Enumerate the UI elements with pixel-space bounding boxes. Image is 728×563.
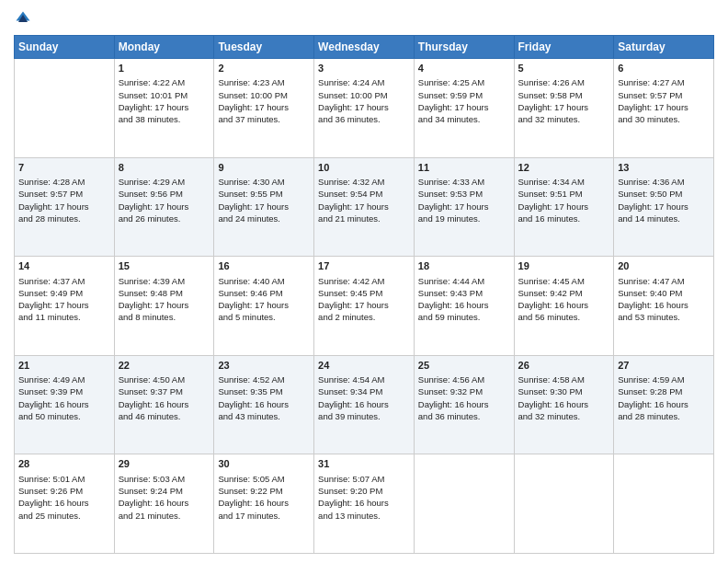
col-monday: Monday [114,36,214,59]
day-info-line: Sunrise: 5:03 AM [119,474,185,484]
day-info-line: and 19 minutes. [418,213,481,224]
day-info-line: Sunrise: 4:58 AM [518,374,585,385]
calendar-week-row: 7Sunrise: 4:28 AMSunset: 9:57 PMDaylight… [15,157,714,257]
day-info-line: Sunset: 9:26 PM [18,486,83,496]
day-number: 5 [518,62,610,75]
day-number: 7 [18,161,110,175]
day-info-line: and 34 minutes. [418,114,481,124]
day-info-line: and 39 minutes. [318,411,381,421]
day-info-line: Daylight: 16 hours [518,399,589,409]
day-info-line: Daylight: 17 hours [119,102,189,112]
day-info-line: Daylight: 16 hours [218,498,289,508]
day-info-line: Daylight: 17 hours [318,300,389,310]
day-number: 19 [518,259,610,273]
day-info-line: and 53 minutes. [618,312,680,322]
day-info-line: Sunset: 9:55 PM [218,189,282,199]
table-cell: 5Sunrise: 4:26 AMSunset: 9:58 PMDaylight… [514,59,614,158]
day-info-line: Daylight: 17 hours [318,201,389,212]
day-info-line: Sunset: 9:53 PM [418,189,483,199]
day-info-line: Sunset: 9:48 PM [119,288,183,298]
day-info-line: and 2 minutes. [318,312,375,322]
day-number: 22 [119,359,210,373]
table-cell: 31Sunrise: 5:07 AMSunset: 9:20 PMDayligh… [314,454,415,554]
calendar-table: Sunday Monday Tuesday Wednesday Thursday… [14,35,714,554]
day-number: 16 [218,259,310,273]
day-info-line: Sunrise: 4:24 AM [318,77,384,87]
day-number: 4 [418,62,510,75]
table-cell: 25Sunrise: 4:56 AMSunset: 9:32 PMDayligh… [414,355,514,454]
table-cell: 22Sunrise: 4:50 AMSunset: 9:37 PMDayligh… [114,355,214,454]
day-info-line: Sunrise: 4:52 AM [218,374,284,385]
day-info-line: Sunset: 9:35 PM [218,386,282,396]
day-info-line: Sunrise: 5:05 AM [218,474,284,484]
day-info-line: Sunrise: 4:59 AM [618,374,684,385]
day-info-line: Daylight: 16 hours [618,399,688,409]
table-cell: 11Sunrise: 4:33 AMSunset: 9:53 PMDayligh… [414,157,514,257]
calendar-week-row: 1Sunrise: 4:22 AMSunset: 10:01 PMDayligh… [15,59,714,158]
table-cell: 27Sunrise: 4:59 AMSunset: 9:28 PMDayligh… [614,355,714,454]
day-info-line: Sunset: 9:34 PM [318,386,382,396]
table-cell [15,59,115,158]
day-number: 13 [618,161,710,175]
day-number: 8 [119,161,210,175]
calendar-header-row: Sunday Monday Tuesday Wednesday Thursday… [15,36,714,59]
col-friday: Friday [514,36,614,59]
day-info-line: Sunset: 9:56 PM [119,189,183,199]
day-info-line: Daylight: 16 hours [618,300,688,310]
day-number: 28 [18,457,110,471]
day-info-line: and 32 minutes. [518,114,581,124]
day-number: 2 [218,62,310,75]
table-cell: 4Sunrise: 4:25 AMSunset: 9:59 PMDaylight… [414,59,514,158]
col-sunday: Sunday [15,36,115,59]
day-info-line: Sunset: 9:54 PM [318,189,382,199]
table-cell: 29Sunrise: 5:03 AMSunset: 9:24 PMDayligh… [114,454,214,554]
table-cell: 13Sunrise: 4:36 AMSunset: 9:50 PMDayligh… [614,157,714,257]
day-info-line: and 26 minutes. [119,213,181,224]
day-number: 1 [119,62,210,75]
table-cell: 3Sunrise: 4:24 AMSunset: 10:00 PMDayligh… [314,59,415,158]
day-info-line: Daylight: 17 hours [18,201,89,212]
day-info-line: Sunset: 9:51 PM [518,189,583,199]
table-cell: 30Sunrise: 5:05 AMSunset: 9:22 PMDayligh… [214,454,314,554]
day-info-line: Sunrise: 4:29 AM [119,177,185,187]
day-info-line: Sunset: 9:49 PM [18,288,83,298]
day-info-line: Sunrise: 4:44 AM [418,276,484,286]
day-info-line: Daylight: 17 hours [218,102,289,112]
col-saturday: Saturday [614,36,714,59]
day-info-line: Sunrise: 4:50 AM [119,374,185,385]
day-info-line: Sunset: 9:46 PM [218,288,282,298]
day-info-line: and 21 minutes. [318,213,381,224]
logo [14,9,34,28]
day-info-line: Sunrise: 4:28 AM [18,177,85,187]
day-number: 21 [18,359,110,373]
day-number: 18 [418,259,510,273]
day-info-line: Sunset: 10:00 PM [218,90,288,100]
table-cell: 24Sunrise: 4:54 AMSunset: 9:34 PMDayligh… [314,355,415,454]
day-info-line: Sunrise: 4:26 AM [518,77,585,87]
page: Sunday Monday Tuesday Wednesday Thursday… [0,0,728,563]
table-cell: 12Sunrise: 4:34 AMSunset: 9:51 PMDayligh… [514,157,614,257]
day-info-line: Daylight: 17 hours [618,102,688,112]
day-info-line: and 28 minutes. [18,213,81,224]
day-info-line: Sunset: 9:57 PM [618,90,682,100]
table-cell [414,454,514,554]
day-info-line: and 36 minutes. [418,411,481,421]
day-number: 15 [119,259,210,273]
calendar-week-row: 14Sunrise: 4:37 AMSunset: 9:49 PMDayligh… [15,257,714,356]
table-cell: 8Sunrise: 4:29 AMSunset: 9:56 PMDaylight… [114,157,214,257]
day-number: 31 [318,457,410,471]
day-info-line: and 37 minutes. [218,114,280,124]
day-info-line: Daylight: 17 hours [618,201,688,212]
day-info-line: Daylight: 17 hours [218,300,289,310]
day-info-line: Sunrise: 4:54 AM [318,374,384,385]
day-info-line: Sunset: 9:58 PM [518,90,583,100]
day-number: 6 [618,62,710,75]
day-info-line: Daylight: 16 hours [218,399,289,409]
day-info-line: Daylight: 16 hours [418,300,489,310]
day-number: 30 [218,457,310,471]
day-info-line: Sunrise: 4:36 AM [618,177,684,187]
day-info-line: and 30 minutes. [618,114,680,124]
day-info-line: and 32 minutes. [518,411,581,421]
col-wednesday: Wednesday [314,36,415,59]
day-info-line: Daylight: 16 hours [418,399,489,409]
